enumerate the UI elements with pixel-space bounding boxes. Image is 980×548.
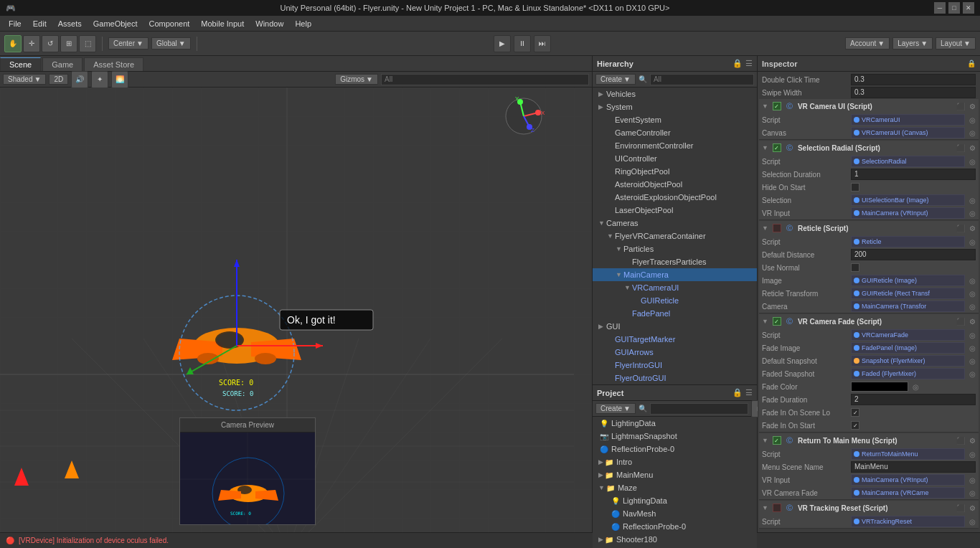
hierarchy-item[interactable]: GUIArrows — [593, 346, 757, 359]
project-item[interactable]: 🔵NavMesh — [593, 507, 757, 520]
hierarchy-item[interactable]: GameController — [593, 126, 757, 139]
ref-value[interactable]: SelectionRadial — [851, 156, 965, 167]
gizmos-dropdown[interactable]: Gizmos▼ — [335, 74, 378, 85]
ref-value[interactable]: MainCamera (VRInput) — [851, 207, 965, 219]
global-dropdown[interactable]: Global▼ — [151, 37, 191, 49]
ref-value[interactable]: MainCamera (VRCame — [851, 487, 965, 499]
step-button[interactable]: ⏭ — [534, 35, 551, 52]
ref-value[interactable]: VRCameraFade — [851, 329, 965, 341]
project-menu[interactable]: ☰ — [745, 388, 753, 397]
hierarchy-item[interactable]: ▼VRCameraUI — [593, 281, 757, 294]
project-lock[interactable]: 🔒 — [732, 388, 743, 397]
ref-select-icon[interactable]: ◎ — [969, 209, 976, 217]
project-item[interactable]: 💡LightingData — [593, 494, 757, 507]
section-header-reticle[interactable]: ▼ Ⓒ Reticle (Script) ⬛ ⚙ — [759, 221, 979, 235]
menu-assets[interactable]: Assets — [52, 18, 88, 29]
hierarchy-item[interactable]: ▶Vehicles — [593, 88, 757, 100]
audio-toggle[interactable]: 🔊 — [71, 71, 88, 88]
ref-value[interactable]: GUIReticle (Image) — [851, 275, 965, 286]
ref-value[interactable]: VRCameraUI — [851, 114, 965, 126]
project-item[interactable]: 💡LightingData — [593, 417, 757, 430]
section-gear-icon[interactable]: ⚙ — [969, 225, 976, 232]
section-edit-icon[interactable]: ⬛ — [956, 318, 965, 326]
inspector-lock[interactable]: 🔒 — [967, 60, 976, 67]
project-item[interactable]: 📷LightmapSnapshot — [593, 430, 757, 443]
section-edit-icon[interactable]: ⬛ — [956, 225, 965, 232]
hierarchy-item[interactable]: EventSystem — [593, 113, 757, 126]
ref-select-icon[interactable]: ◎ — [969, 197, 976, 204]
ref-select-icon[interactable]: ◎ — [969, 303, 976, 311]
ref-value[interactable]: VRCameraUI (Canvas) — [851, 127, 965, 138]
ref-value[interactable]: UISelectionBar (Image) — [851, 194, 965, 206]
project-create[interactable]: Create▼ — [595, 403, 636, 414]
tab-asset-store[interactable]: Asset Store — [84, 57, 143, 71]
ref-value[interactable]: Snapshot (FlyerMixer) — [851, 355, 965, 367]
ref-select-icon[interactable]: ◎ — [969, 238, 976, 246]
hierarchy-menu[interactable]: ☰ — [745, 59, 753, 68]
ref-value[interactable]: FadePanel (Image) — [851, 342, 965, 354]
2d-toggle[interactable]: 2D — [49, 74, 68, 85]
swipe-width-value[interactable]: 0.3 — [851, 87, 976, 98]
shaded-dropdown[interactable]: Shaded▼ — [3, 74, 46, 85]
ref-select-icon[interactable]: ◎ — [969, 370, 976, 378]
section-header-vr-camera-ui[interactable]: ▼ ✓ Ⓒ VR Camera UI (Script) ⬛ ⚙ — [759, 99, 979, 113]
maximize-button[interactable]: □ — [948, 2, 960, 14]
section-gear-icon[interactable]: ⚙ — [969, 144, 976, 152]
menu-mobile-input[interactable]: Mobile Input — [195, 18, 250, 29]
project-item[interactable]: ▼📁Maze — [593, 481, 757, 494]
ref-value[interactable]: VRTrackingReset — [851, 516, 965, 527]
section-edit-icon[interactable]: ⬛ — [956, 504, 965, 512]
project-search[interactable] — [650, 403, 748, 415]
scene-search[interactable] — [381, 74, 589, 85]
checkbox[interactable]: ✓ — [851, 408, 859, 417]
menu-window[interactable]: Window — [250, 18, 289, 29]
scene-view[interactable]: X Y Z — [0, 88, 592, 532]
section-enable-toggle[interactable]: ✓ — [773, 317, 781, 326]
section-header-vr-tracking-reset[interactable]: ▼ Ⓒ VR Tracking Reset (Script) ⬛ ⚙ — [759, 501, 979, 515]
move-tool[interactable]: ✛ — [23, 35, 40, 52]
ref-value[interactable]: MainCamera (VRInput) — [851, 474, 965, 486]
layers-dropdown[interactable]: Layers▼ — [892, 37, 933, 49]
tab-game[interactable]: Game — [42, 57, 83, 71]
hierarchy-item[interactable]: ▼Particles — [593, 242, 757, 255]
hierarchy-item[interactable]: RingObjectPool — [593, 165, 757, 178]
color-picker-icon[interactable]: ◎ — [913, 383, 919, 391]
ref-select-icon[interactable]: ◎ — [969, 476, 976, 484]
layout-dropdown[interactable]: Layout▼ — [936, 37, 976, 49]
section-enable-toggle[interactable]: ✓ — [773, 102, 781, 110]
ref-select-icon[interactable]: ◎ — [969, 344, 976, 352]
ref-select-icon[interactable]: ◎ — [969, 277, 976, 285]
hierarchy-item[interactable]: EnvironmentController — [593, 139, 757, 152]
ref-select-icon[interactable]: ◎ — [969, 331, 976, 339]
ref-select-icon[interactable]: ◎ — [969, 450, 976, 458]
section-enable-toggle[interactable] — [773, 224, 781, 232]
play-button[interactable]: ▶ — [494, 35, 511, 52]
menu-file[interactable]: File — [3, 18, 27, 29]
section-edit-icon[interactable]: ⬛ — [956, 144, 965, 152]
ref-value[interactable]: Faded (FlyerMixer) — [851, 368, 965, 379]
checkbox[interactable]: ✓ — [851, 421, 859, 430]
section-enable-toggle[interactable]: ✓ — [773, 436, 781, 445]
effects-toggle[interactable]: ✦ — [91, 71, 108, 88]
ref-select-icon[interactable]: ◎ — [969, 489, 976, 497]
section-gear-icon[interactable]: ⚙ — [969, 318, 976, 326]
ref-value[interactable]: ReturnToMainMenu — [851, 448, 965, 460]
hierarchy-lock[interactable]: 🔒 — [732, 59, 743, 68]
account-dropdown[interactable]: Account▼ — [845, 37, 890, 49]
text-value[interactable]: MainMenu — [851, 461, 976, 473]
ref-select-icon[interactable]: ◎ — [969, 290, 976, 298]
section-header-selection-radial[interactable]: ▼ ✓ Ⓒ Selection Radial (Script) ⬛ ⚙ — [759, 141, 979, 155]
hierarchy-item[interactable]: GUITargetMarker — [593, 333, 757, 346]
section-gear-icon[interactable]: ⚙ — [969, 437, 976, 445]
hierarchy-item[interactable]: LaserObjectPool — [593, 204, 757, 217]
hierarchy-item[interactable]: FlyerTracersParticles — [593, 255, 757, 268]
ref-value[interactable]: GUIReticle (Rect Transf — [851, 288, 965, 299]
hierarchy-item[interactable]: UIController — [593, 152, 757, 165]
section-enable-toggle[interactable] — [773, 504, 781, 512]
project-item[interactable]: 🔵ReflectionProbe-0 — [593, 443, 757, 455]
project-content[interactable]: 💡LightingData📷LightmapSnapshot🔵Reflectio… — [593, 417, 757, 548]
section-edit-icon[interactable]: ⬛ — [956, 103, 965, 110]
minimize-button[interactable]: ─ — [934, 2, 946, 14]
project-item[interactable]: ▶📁Shooter180 — [593, 533, 757, 546]
hierarchy-search[interactable] — [650, 74, 754, 85]
